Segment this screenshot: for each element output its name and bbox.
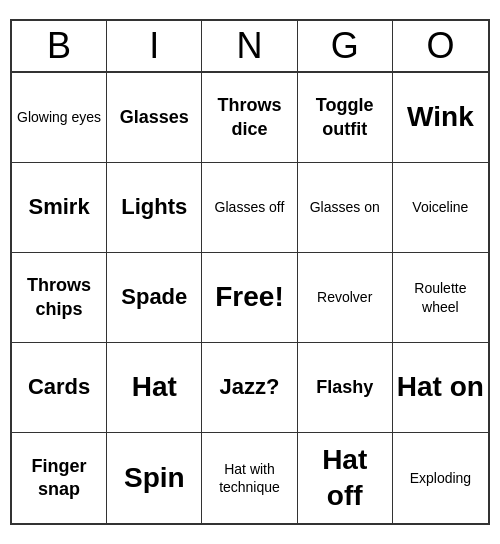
bingo-cell-23[interactable]: Hat off (298, 433, 393, 523)
cell-text-8: Glasses on (310, 198, 380, 216)
header-letter-i: I (107, 21, 202, 71)
bingo-cell-18[interactable]: Flashy (298, 343, 393, 433)
bingo-cell-2[interactable]: Throws dice (202, 73, 297, 163)
header-letter-g: G (298, 21, 393, 71)
header-letter-o: O (393, 21, 488, 71)
cell-text-17: Jazz? (220, 373, 280, 402)
bingo-card: BINGO Glowing eyesGlassesThrows diceTogg… (10, 19, 490, 525)
cell-text-19: Hat on (397, 369, 484, 405)
cell-text-15: Cards (28, 373, 90, 402)
bingo-cell-13[interactable]: Revolver (298, 253, 393, 343)
bingo-cell-16[interactable]: Hat (107, 343, 202, 433)
bingo-cell-15[interactable]: Cards (12, 343, 107, 433)
cell-text-11: Spade (121, 283, 187, 312)
bingo-cell-4[interactable]: Wink (393, 73, 488, 163)
bingo-cell-19[interactable]: Hat on (393, 343, 488, 433)
header-letter-b: B (12, 21, 107, 71)
cell-text-7: Glasses off (215, 198, 285, 216)
bingo-cell-1[interactable]: Glasses (107, 73, 202, 163)
bingo-cell-17[interactable]: Jazz? (202, 343, 297, 433)
bingo-cell-20[interactable]: Finger snap (12, 433, 107, 523)
bingo-cell-3[interactable]: Toggle outfit (298, 73, 393, 163)
cell-text-21: Spin (124, 460, 185, 496)
cell-text-3: Toggle outfit (302, 94, 388, 141)
bingo-cell-24[interactable]: Exploding (393, 433, 488, 523)
bingo-cell-5[interactable]: Smirk (12, 163, 107, 253)
bingo-cell-0[interactable]: Glowing eyes (12, 73, 107, 163)
bingo-cell-6[interactable]: Lights (107, 163, 202, 253)
cell-text-0: Glowing eyes (17, 108, 101, 126)
bingo-cell-11[interactable]: Spade (107, 253, 202, 343)
bingo-cell-22[interactable]: Hat with technique (202, 433, 297, 523)
bingo-cell-14[interactable]: Roulette wheel (393, 253, 488, 343)
bingo-grid: Glowing eyesGlassesThrows diceToggle out… (12, 73, 488, 523)
cell-text-20: Finger snap (16, 455, 102, 502)
cell-text-1: Glasses (120, 106, 189, 129)
cell-text-10: Throws chips (16, 274, 102, 321)
bingo-cell-10[interactable]: Throws chips (12, 253, 107, 343)
bingo-cell-9[interactable]: Voiceline (393, 163, 488, 253)
cell-text-14: Roulette wheel (397, 279, 484, 315)
bingo-cell-21[interactable]: Spin (107, 433, 202, 523)
bingo-cell-8[interactable]: Glasses on (298, 163, 393, 253)
bingo-cell-7[interactable]: Glasses off (202, 163, 297, 253)
bingo-cell-12[interactable]: Free! (202, 253, 297, 343)
cell-text-4: Wink (407, 99, 474, 135)
cell-text-16: Hat (132, 369, 177, 405)
bingo-header: BINGO (12, 21, 488, 73)
cell-text-22: Hat with technique (206, 460, 292, 496)
cell-text-18: Flashy (316, 376, 373, 399)
cell-text-13: Revolver (317, 288, 372, 306)
cell-text-2: Throws dice (206, 94, 292, 141)
cell-text-23: Hat off (302, 442, 388, 515)
cell-text-5: Smirk (29, 193, 90, 222)
cell-text-9: Voiceline (412, 198, 468, 216)
header-letter-n: N (202, 21, 297, 71)
cell-text-24: Exploding (410, 469, 472, 487)
cell-text-12: Free! (215, 279, 283, 315)
cell-text-6: Lights (121, 193, 187, 222)
